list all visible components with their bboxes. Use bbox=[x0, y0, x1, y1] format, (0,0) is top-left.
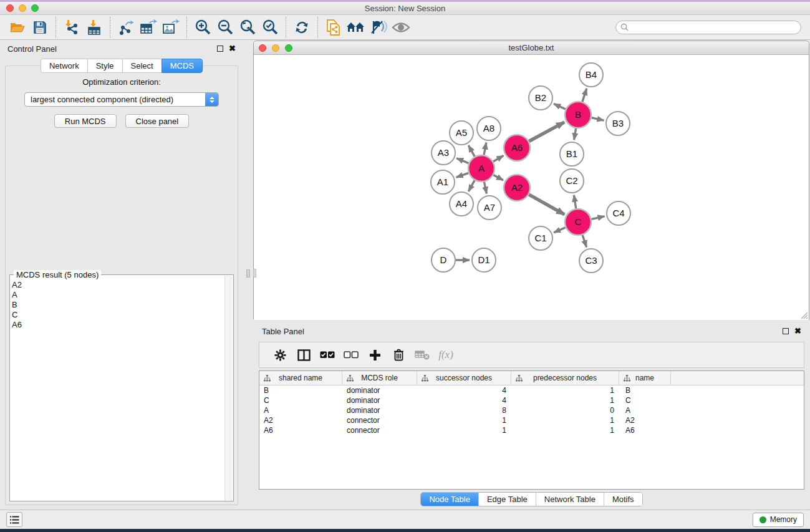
edge-C-C2[interactable] bbox=[574, 195, 576, 209]
export-network-button[interactable] bbox=[115, 17, 137, 37]
edge-B-B2[interactable] bbox=[554, 104, 566, 109]
graph-node-A2[interactable]: A2 bbox=[504, 175, 530, 201]
run-mcds-button[interactable]: Run MCDS bbox=[54, 114, 117, 128]
edge-A2-C[interactable] bbox=[529, 195, 564, 215]
graph-node-B2[interactable]: B2 bbox=[529, 86, 552, 110]
graph-node-C2[interactable]: C2 bbox=[560, 169, 584, 193]
zoom-fit-button[interactable] bbox=[236, 17, 259, 37]
table-float-icon[interactable] bbox=[783, 328, 789, 334]
result-item[interactable]: B bbox=[12, 300, 224, 310]
graph-node-D1[interactable]: D1 bbox=[472, 248, 496, 272]
edge-A-A7[interactable] bbox=[484, 182, 486, 194]
graph-node-A6[interactable]: A6 bbox=[504, 135, 530, 161]
zoom-in-button[interactable] bbox=[191, 17, 214, 37]
graph-node-A[interactable]: A bbox=[468, 155, 494, 181]
tab-select[interactable]: Select bbox=[122, 59, 162, 73]
graph-node-D[interactable]: D bbox=[432, 248, 455, 272]
column-header-successor-nodes[interactable]: successor nodes bbox=[417, 371, 511, 385]
graph-node-A8[interactable]: A8 bbox=[477, 117, 501, 140]
column-header-mcds-role[interactable]: MCDS role bbox=[342, 371, 417, 385]
tab-edge-table[interactable]: Edge Table bbox=[479, 493, 536, 506]
export-image-button[interactable] bbox=[160, 17, 182, 37]
import-network-button[interactable] bbox=[60, 17, 83, 37]
task-history-button[interactable] bbox=[6, 512, 22, 527]
edge-A-A3[interactable] bbox=[456, 158, 468, 163]
graph-node-C1[interactable]: C1 bbox=[529, 226, 552, 250]
tab-style[interactable]: Style bbox=[87, 59, 122, 73]
save-session-button[interactable] bbox=[29, 17, 51, 37]
delete-column-button[interactable] bbox=[387, 344, 410, 365]
network-canvas[interactable]: AA1A2A3A4A5A6A7A8BB1B2B3B4CC1C2C3C4DD1 bbox=[254, 55, 809, 320]
table-close-icon[interactable]: ✖ bbox=[794, 328, 801, 334]
vertical-splitter[interactable] bbox=[243, 40, 253, 510]
table-row[interactable]: Adominator80A bbox=[259, 405, 804, 415]
edge-B-B3[interactable] bbox=[592, 118, 604, 120]
mcds-result-list[interactable]: A2ABCA6 bbox=[12, 280, 224, 500]
edge-A6-B[interactable] bbox=[529, 122, 564, 142]
tab-network[interactable]: Network bbox=[41, 59, 87, 73]
criterion-dropdown[interactable]: largest connected component (directed) bbox=[24, 92, 219, 107]
close-panel-icon[interactable]: ✖ bbox=[229, 46, 236, 52]
table-row[interactable]: A2connector11A2 bbox=[259, 415, 804, 425]
select-all-button[interactable] bbox=[316, 344, 339, 365]
tab-network-table[interactable]: Network Table bbox=[536, 493, 604, 506]
result-scrollbar[interactable] bbox=[224, 276, 233, 500]
hide-annotations-button[interactable] bbox=[367, 17, 390, 37]
result-item[interactable]: C bbox=[12, 310, 224, 320]
result-item[interactable]: A6 bbox=[12, 320, 224, 330]
float-panel-icon[interactable] bbox=[217, 46, 223, 52]
edge-A-A4[interactable] bbox=[468, 180, 475, 191]
graph-node-A7[interactable]: A7 bbox=[478, 196, 501, 220]
create-column-button[interactable] bbox=[363, 344, 387, 365]
graph-node-A1[interactable]: A1 bbox=[431, 170, 455, 194]
search-input[interactable] bbox=[629, 23, 801, 32]
tab-node-table[interactable]: Node Table bbox=[421, 493, 479, 506]
edge-A-A6[interactable] bbox=[493, 156, 503, 162]
edge-C-C4[interactable] bbox=[592, 216, 605, 220]
deselect-all-button[interactable] bbox=[339, 344, 363, 365]
apply-layout-button[interactable] bbox=[291, 17, 313, 37]
graph-node-A3[interactable]: A3 bbox=[432, 141, 455, 165]
edge-A-A2[interactable] bbox=[493, 175, 503, 181]
edge-A-A1[interactable] bbox=[456, 173, 469, 177]
edge-A-A8[interactable] bbox=[484, 143, 486, 155]
close-panel-button[interactable]: Close panel bbox=[125, 114, 190, 128]
delete-table-button[interactable] bbox=[410, 344, 434, 365]
table-row[interactable]: Bdominator41B bbox=[259, 385, 804, 395]
result-item[interactable]: A bbox=[12, 290, 224, 300]
show-column-panel-button[interactable] bbox=[292, 344, 316, 365]
edge-B-B4[interactable] bbox=[582, 89, 587, 102]
canvas-splitter-nub[interactable] bbox=[253, 269, 256, 278]
column-header-name[interactable]: name bbox=[619, 371, 671, 385]
tab-mcds[interactable]: MCDS bbox=[162, 59, 203, 73]
graph-node-A4[interactable]: A4 bbox=[450, 192, 473, 216]
graph-node-A5[interactable]: A5 bbox=[450, 121, 473, 145]
memory-button[interactable]: Memory bbox=[753, 513, 804, 527]
table-settings-button[interactable] bbox=[268, 344, 292, 365]
table-row[interactable]: Cdominator41C bbox=[259, 395, 804, 405]
graph-node-B3[interactable]: B3 bbox=[606, 112, 630, 135]
home-view-button[interactable] bbox=[345, 17, 367, 37]
zoom-selected-button[interactable] bbox=[259, 17, 281, 37]
edge-C-C3[interactable] bbox=[582, 235, 587, 247]
open-file-button[interactable] bbox=[6, 17, 29, 37]
clone-network-button[interactable] bbox=[322, 17, 345, 37]
graph-node-C[interactable]: C bbox=[565, 209, 591, 235]
resize-grip-icon[interactable] bbox=[799, 310, 808, 319]
network-graph[interactable]: AA1A2A3A4A5A6A7A8BB1B2B3B4CC1C2C3C4DD1 bbox=[254, 55, 809, 320]
edge-B-B1[interactable] bbox=[574, 128, 576, 140]
import-table-button[interactable] bbox=[83, 17, 105, 37]
graph-node-C3[interactable]: C3 bbox=[579, 249, 603, 273]
edge-C-C1[interactable] bbox=[554, 228, 566, 233]
table-row[interactable]: A6connector11A6 bbox=[259, 425, 804, 435]
search-field[interactable] bbox=[615, 21, 801, 34]
tab-motifs[interactable]: Motifs bbox=[604, 493, 642, 506]
graph-node-B[interactable]: B bbox=[565, 102, 591, 128]
column-header-shared-name[interactable]: shared name bbox=[259, 371, 342, 385]
zoom-out-button[interactable] bbox=[214, 17, 236, 37]
show-hide-eye-button[interactable] bbox=[390, 17, 412, 37]
graph-node-B1[interactable]: B1 bbox=[560, 142, 584, 166]
graph-node-C4[interactable]: C4 bbox=[607, 201, 630, 225]
column-header-predecessor-nodes[interactable]: predecessor nodes bbox=[511, 371, 619, 385]
export-table-button[interactable] bbox=[137, 17, 160, 37]
